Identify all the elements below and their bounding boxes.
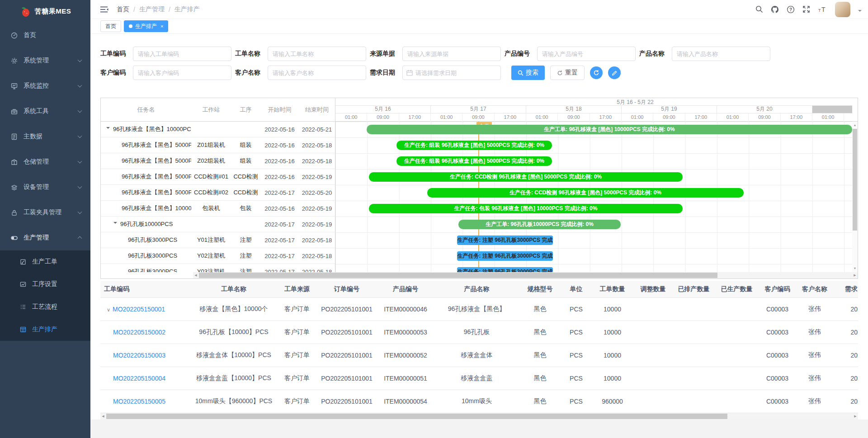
gantt-bar-task[interactable]: 生产任务: CCD检测 96孔移液盒 [黑色] 5000PCS 完成比例: 0% bbox=[427, 188, 744, 198]
search-icon[interactable] bbox=[755, 5, 763, 13]
font-size-icon[interactable]: TT bbox=[818, 6, 827, 13]
search-button[interactable]: 搜索 bbox=[511, 66, 545, 80]
reset-button[interactable]: 重置 bbox=[550, 66, 585, 80]
hamburger-icon[interactable] bbox=[100, 6, 108, 13]
sidebar-item-fixtures[interactable]: 工装夹具管理 bbox=[0, 200, 90, 225]
avatar-dropdown-caret-icon[interactable] bbox=[858, 10, 862, 14]
sidebar-item-home[interactable]: 首页 bbox=[0, 23, 90, 48]
fullscreen-icon[interactable] bbox=[802, 5, 810, 13]
help-icon[interactable]: ? bbox=[787, 5, 795, 14]
sidebar-item-production-scheduling[interactable]: 生产排产 bbox=[0, 318, 90, 341]
customer-name-input[interactable] bbox=[268, 66, 366, 80]
gantt-bar-order[interactable]: 生产工单: 96孔移液盒 [黑色] 10000PCS 完成比例: 0% bbox=[367, 125, 852, 134]
gantt-task-table-body: 96孔移液盒【黑色】10000PCS 2022-05-16 2022-05-21… bbox=[101, 122, 335, 272]
table-horizontal-scrollbar[interactable]: ◀ ▶ bbox=[100, 413, 858, 419]
github-icon[interactable] bbox=[771, 5, 779, 14]
work-order-link[interactable]: MO202205150001 bbox=[113, 306, 165, 313]
gantt-row-task[interactable]: 96孔移液盒【黑色】5000PCS Z02组装机 组装 2022-05-16 2… bbox=[101, 153, 335, 169]
gantt-hscroll-track[interactable]: ◀ ▶ bbox=[193, 272, 858, 278]
gantt-bar-task-selected[interactable]: 生产任务: 注塑 96孔孔板3000PCS 完成 bbox=[457, 267, 553, 272]
avatar[interactable] bbox=[835, 2, 850, 17]
filter-product-name: 产品名称 bbox=[639, 47, 770, 61]
row-expand-chevron-icon[interactable]: ∨ bbox=[107, 307, 110, 312]
toolbox-icon bbox=[11, 108, 18, 115]
layers-icon bbox=[11, 184, 18, 191]
breadcrumb-production-mgmt[interactable]: 生产管理 bbox=[139, 5, 165, 14]
orders-table-header-row: 工单编码 工单名称 工单来源 订单编号 产品编号 产品名称 规格型号 单位 工单… bbox=[100, 281, 858, 298]
breadcrumb-current: 生产排产 bbox=[175, 5, 200, 14]
gantt-row-task[interactable]: 96孔移液盒【黑色】5000PCS Z01组装机 组装 2022-05-16 2… bbox=[101, 137, 335, 153]
work-order-code-input[interactable] bbox=[133, 47, 231, 61]
sidebar-item-work-orders[interactable]: 生产工单 bbox=[0, 250, 90, 273]
sidebar: 苦糖果MES 首页 系统管理 系统监控 系统工具 主数据 仓储管理 bbox=[0, 0, 90, 438]
gantt-vertical-scrollbar[interactable]: ▲ ▼ bbox=[852, 122, 858, 272]
collapse-arrow-icon[interactable] bbox=[113, 222, 117, 226]
gantt-hscroll-thumb[interactable] bbox=[199, 273, 717, 278]
gantt-bar-task-selected[interactable]: 生产任务: 注塑 96孔孔板3000PCS 完成 bbox=[457, 251, 553, 261]
sidebar-filler bbox=[0, 341, 90, 438]
logo[interactable]: 苦糖果MES bbox=[0, 0, 90, 23]
demand-date-picker[interactable] bbox=[402, 66, 501, 80]
work-order-link[interactable]: MO202205150002 bbox=[113, 329, 165, 336]
gantt-row-task[interactable]: 96孔移液盒【黑色】5000PCS CCD检测#02 CCD检测 2022-05… bbox=[101, 185, 335, 201]
breadcrumb: 首页 / 生产管理 / 生产排产 bbox=[117, 5, 200, 14]
tab-home[interactable]: 首页 bbox=[100, 20, 121, 32]
edit-square-icon bbox=[20, 259, 26, 265]
gantt-row-task[interactable]: 96孔移液盒【黑色】5000PCS CCD检测#01 CCD检测 2022-05… bbox=[101, 169, 335, 185]
source-doc-input[interactable] bbox=[402, 47, 501, 61]
table-hscroll-thumb[interactable] bbox=[106, 414, 727, 419]
refresh-schedule-button[interactable] bbox=[590, 66, 603, 79]
sidebar-item-system-mgmt[interactable]: 系统管理 bbox=[0, 48, 90, 73]
work-order-name-input[interactable] bbox=[268, 47, 366, 61]
sync-icon bbox=[593, 70, 599, 76]
breadcrumb-home[interactable]: 首页 bbox=[117, 5, 129, 14]
collapse-arrow-icon[interactable] bbox=[106, 127, 110, 131]
gantt-bar-task[interactable]: 生产任务: 组装 96孔移液盒 [黑色] 5000PCS 完成比例: 0% bbox=[396, 141, 552, 150]
sidebar-item-process-setup[interactable]: 工序设置 bbox=[0, 273, 90, 296]
sidebar-item-master-data[interactable]: 主数据 bbox=[0, 124, 90, 149]
gantt-row-task[interactable]: 96孔孔板3000PCS Y03注塑机 注塑 2022-05-17 2022-0… bbox=[101, 264, 335, 272]
work-order-link[interactable]: MO202205150003 bbox=[113, 352, 165, 359]
gantt-bar-task[interactable]: 生产任务: CCD检测 96孔移液盒 [黑色] 5000PCS 完成比例: 0% bbox=[369, 172, 683, 182]
gantt-row-task[interactable]: 96孔移液盒【黑色】10000PCS 包装机 包装 2022-05-16 202… bbox=[101, 201, 335, 217]
gantt-vscroll-thumb[interactable] bbox=[853, 129, 857, 231]
sidebar-item-process-flow[interactable]: 工艺流程 bbox=[0, 296, 90, 318]
gantt-row-task[interactable]: 96孔孔板3000PCS Y02注塑机 注塑 2022-05-17 2022-0… bbox=[101, 248, 335, 264]
sidebar-submenu-production: 生产工单 工序设置 工艺流程 生产排产 bbox=[0, 250, 90, 341]
product-no-input[interactable] bbox=[537, 47, 636, 61]
sidebar-item-equipment[interactable]: 设备管理 bbox=[0, 174, 90, 200]
gantt-row-task[interactable]: 96孔孔板3000PCS Y01注塑机 注塑 2022-05-17 2022-0… bbox=[101, 232, 335, 248]
tab-production-scheduling[interactable]: 生产排产 × bbox=[124, 20, 168, 32]
scroll-down-arrow-icon[interactable]: ▼ bbox=[852, 266, 858, 271]
monitor-icon bbox=[11, 83, 18, 89]
edit-schedule-button[interactable] bbox=[608, 66, 621, 79]
gantt-bar-task-selected[interactable]: 生产任务: 注塑 96孔孔板3000PCS 完成 bbox=[457, 235, 553, 245]
product-name-input[interactable] bbox=[672, 47, 770, 61]
gantt-bar-order[interactable]: 生产工单: 96孔孔板10000PCS 完成比例: 0% bbox=[458, 220, 621, 229]
gantt-horizontal-scrollbar-row: ◀ ▶ bbox=[101, 272, 858, 278]
work-order-link[interactable]: MO202205150005 bbox=[113, 398, 165, 405]
table-row: MO202205150003 移液盒盒体【10000】PCS 客户订单 PO20… bbox=[100, 344, 858, 367]
scroll-left-arrow-icon[interactable]: ◀ bbox=[193, 273, 198, 278]
gantt-bar-task[interactable]: 生产任务: 包装 96孔移液盒 [黑色] 10000PCS 完成比例: 0% bbox=[369, 204, 683, 213]
sidebar-item-production[interactable]: 生产管理 bbox=[0, 225, 90, 250]
customer-code-input[interactable] bbox=[133, 66, 231, 80]
sidebar-item-system-monitor[interactable]: 系统监控 bbox=[0, 73, 90, 99]
scroll-right-arrow-icon[interactable]: ▶ bbox=[852, 273, 858, 278]
close-icon[interactable]: × bbox=[160, 24, 163, 29]
scroll-up-arrow-icon[interactable]: ▲ bbox=[852, 122, 858, 128]
logo-strawberry-icon bbox=[19, 5, 31, 17]
scroll-right-arrow-icon[interactable]: ▶ bbox=[853, 414, 858, 419]
sidebar-item-system-tools[interactable]: 系统工具 bbox=[0, 99, 90, 124]
gantt-row-order-1[interactable]: 96孔移液盒【黑色】10000PCS 2022-05-16 2022-05-21 bbox=[101, 122, 335, 137]
top-navbar: 首页 / 生产管理 / 生产排产 ? TT bbox=[90, 0, 868, 19]
gantt-bar-task[interactable]: 生产任务: 组装 96孔移液盒 [黑色] 5000PCS 完成比例: 0% bbox=[396, 156, 552, 166]
chevron-down-icon bbox=[78, 210, 82, 214]
work-order-link[interactable]: MO202205150004 bbox=[113, 375, 165, 382]
chevron-down-icon bbox=[78, 83, 82, 88]
demand-date-input[interactable] bbox=[415, 66, 492, 79]
chevron-down-icon bbox=[78, 184, 82, 189]
sidebar-item-warehouse[interactable]: 仓储管理 bbox=[0, 149, 90, 174]
scroll-left-arrow-icon[interactable]: ◀ bbox=[100, 414, 106, 419]
gantt-row-order-2[interactable]: 96孔孔板10000PCS 2022-05-17 2022-05-19 bbox=[101, 217, 335, 232]
